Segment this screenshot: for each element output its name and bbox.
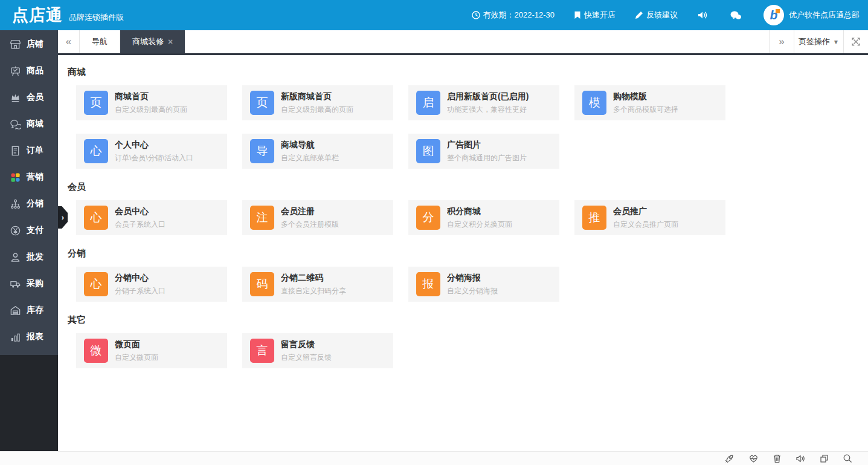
card-desc: 自定义微页面 [115,353,158,363]
tab-operations-label: 页签操作 [799,36,830,47]
card-glyph-icon: 心 [84,272,108,296]
clock-icon [472,11,480,19]
feature-card-micro-page[interactable]: 微 微页面自定义微页面 [76,333,227,368]
sidebar-item-mall[interactable]: 商城 [0,111,58,137]
tab-operations-dropdown[interactable]: 页签操作 ▼ [794,30,843,53]
sidebar-item-order[interactable]: 订单 [0,137,58,164]
feature-card-distribution-poster[interactable]: 报 分销海报自定义分销海报 [408,267,559,302]
tab-navigation[interactable]: 导航 [80,30,120,53]
feature-card-mall-home[interactable]: 页 商城首页自定义级别最高的页面 [76,85,227,120]
member-crown-icon [9,91,21,103]
feature-card-distribution-qrcode[interactable]: 码 分销二维码直接自定义扫码分享 [242,267,393,302]
sidebar-item-shop[interactable]: 店铺 [0,31,58,57]
tab-label: 导航 [92,36,108,47]
account-name[interactable]: 优户软件点店通总部 [789,10,860,21]
speaker-icon [697,10,708,20]
card-glyph-icon: 导 [250,139,274,163]
card-grid-mall: 页 商城首页自定义级别最高的页面 页 新版商城首页自定义级别最高的页面 启 启用… [76,85,747,169]
sidebar-item-purchase[interactable]: 采购 [0,270,58,297]
quick-open-label: 快速开店 [584,10,616,21]
card-desc: 自定义级别最高的页面 [281,105,353,115]
tab-close-icon[interactable]: × [168,37,173,47]
sidebar-item-label: 订单 [27,145,43,156]
bottom-toolbar [0,451,868,465]
trash-button[interactable] [773,454,782,463]
feature-card-shopping-template[interactable]: 模 购物模版多个商品模版可选择 [574,85,725,120]
feedback-label: 反馈建议 [646,10,678,21]
sidebar-item-goods[interactable]: 商品 [0,57,58,84]
quick-open-button[interactable]: 快速开店 [574,10,616,21]
wechat-button[interactable] [730,10,742,21]
distribution-network-icon [9,198,21,210]
avatar-logo-dot [776,9,780,13]
sidebar-item-label: 库存 [27,305,43,316]
section-title-distribution: 分销 [68,248,858,259]
tab-bar: « 导航 商城装修 × » 页签操作 ▼ [58,30,868,55]
feature-card-mall-nav[interactable]: 导 商城导航自定义底部菜单栏 [242,134,393,169]
tabs-scroll-left-button[interactable]: « [58,30,80,53]
card-desc: 直接自定义扫码分享 [281,286,346,296]
feature-card-member-promotion[interactable]: 推 会员推广自定义会员推广页面 [574,200,725,235]
feature-card-distribution-center[interactable]: 心 分销中心分销子系统入口 [76,267,227,302]
feature-card-points-mall[interactable]: 分 积分商城自定义积分兑换页面 [408,200,559,235]
card-desc: 分销子系统入口 [115,286,166,296]
sidebar-item-wholesale[interactable]: 批发 [0,244,58,270]
card-desc: 会员子系统入口 [115,219,166,230]
announcement-button[interactable] [697,10,708,20]
expand-arrows-icon [851,37,861,47]
feedback-button[interactable]: 反馈建议 [635,10,678,21]
card-glyph-icon: 模 [582,91,606,115]
rocket-icon [725,454,735,463]
sidebar-item-member[interactable]: 会员 [0,84,58,111]
card-title: 会员推广 [613,206,678,217]
sidebar-item-payment[interactable]: 支付 [0,217,58,244]
wechat-icon [730,10,742,21]
account-avatar[interactable]: b [764,5,784,25]
restore-window-button[interactable] [820,454,829,463]
goods-icon [9,65,21,77]
sidebar-menu: 店铺 商品 会员 商城 订单 营销 分销 支付 [0,30,58,355]
card-desc: 自定义底部菜单栏 [281,153,339,163]
sidebar-item-label: 批发 [27,252,43,262]
sidebar-item-label: 营销 [27,172,43,183]
card-glyph-icon: 码 [250,272,274,296]
sidebar-item-label: 会员 [27,92,43,103]
rocket-button[interactable] [725,454,735,463]
card-title: 广告图片 [447,140,527,151]
search-button[interactable] [843,454,852,463]
card-title: 会员中心 [115,206,166,217]
trash-icon [773,454,782,463]
feature-card-member-register[interactable]: 注 会员注册多个会员注册模版 [242,200,393,235]
health-button[interactable] [748,454,759,463]
card-title: 分销中心 [115,273,166,284]
feature-card-enable-new-home[interactable]: 启 启用新版首页(已启用)功能更强大，兼容性更好 [408,85,559,120]
main-content: 商城 页 商城首页自定义级别最高的页面 页 新版商城首页自定义级别最高的页面 启… [58,57,868,451]
sidebar-item-inventory[interactable]: 库存 [0,297,58,324]
chevron-down-icon: ▼ [833,39,839,45]
sidebar: 店铺 商品 会员 商城 订单 营销 分销 支付 [0,30,58,451]
card-glyph-icon: 启 [416,91,440,115]
feature-card-new-mall-home[interactable]: 页 新版商城首页自定义级别最高的页面 [242,85,393,120]
card-glyph-icon: 图 [416,139,440,163]
feature-card-member-center[interactable]: 心 会员中心会员子系统入口 [76,200,227,235]
card-desc: 自定义会员推广页面 [613,219,678,230]
fullscreen-toggle-button[interactable] [843,30,868,53]
card-glyph-icon: 言 [250,339,274,363]
volume-button[interactable] [796,454,806,463]
sidebar-item-label: 支付 [27,225,43,236]
card-desc: 整个商城通用的广告图片 [447,153,527,163]
sidebar-item-label: 分销 [27,198,43,209]
card-glyph-icon: 微 [84,339,108,363]
feature-card-personal-center[interactable]: 心 个人中心订单\会员\分销\活动入口 [76,134,227,169]
validity-indicator: 有效期：2022-12-30 [472,10,555,21]
sidebar-item-report[interactable]: 报表 [0,324,58,350]
chevron-right-icon: › [62,213,64,222]
sidebar-item-marketing[interactable]: 营销 [0,164,58,190]
tabs-scroll-right-button[interactable]: » [769,30,794,53]
feature-card-message-feedback[interactable]: 言 留言反馈自定义留言反馈 [242,333,393,368]
tab-mall-decoration[interactable]: 商城装修 × [120,30,185,53]
sidebar-item-distribution[interactable]: 分销 [0,190,58,217]
sidebar-item-label: 采购 [27,278,43,289]
card-title: 分销二维码 [281,273,346,284]
feature-card-ad-images[interactable]: 图 广告图片整个商城通用的广告图片 [408,134,559,169]
